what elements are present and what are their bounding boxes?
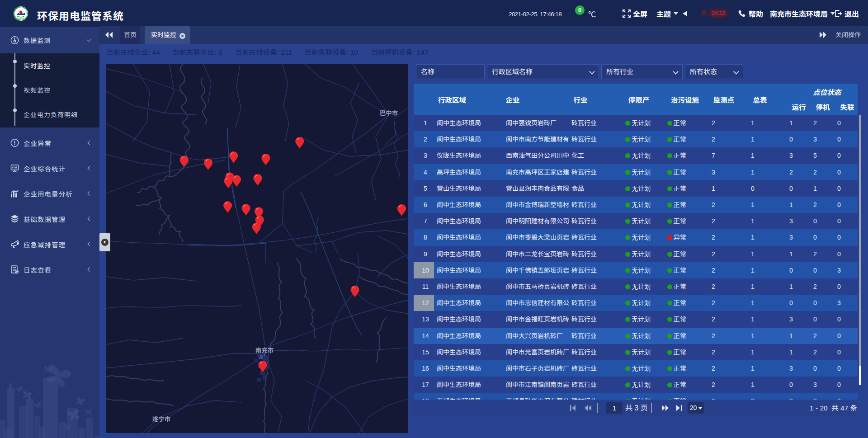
svg-text:巴中市: 巴中市 <box>380 110 398 117</box>
svg-text:南充市: 南充市 <box>255 347 274 354</box>
svg-text:环保监管: 环保监管 <box>18 18 24 19</box>
svg-text:遂宁市: 遂宁市 <box>152 416 171 423</box>
